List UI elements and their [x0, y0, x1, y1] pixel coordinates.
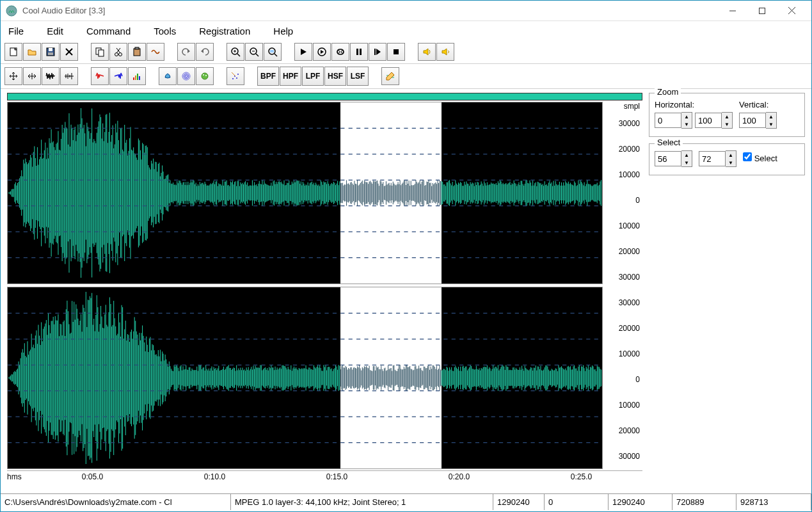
amp-tick: 20000 [605, 324, 642, 333]
amp-tick: 10000 [605, 221, 642, 230]
speaker-right-button[interactable] [436, 43, 454, 61]
wave-display-1-button[interactable] [42, 67, 60, 85]
fade-red-button[interactable] [91, 67, 109, 85]
zoom-h-start-spinner[interactable]: ▲▼ [655, 112, 692, 129]
select-checkbox-label[interactable]: Select [743, 152, 777, 163]
zoom-selection-button[interactable] [264, 43, 282, 61]
menu-edit[interactable]: Edit [43, 23, 67, 39]
minimize-button[interactable] [718, 1, 747, 20]
down-arrow-icon[interactable]: ▼ [681, 159, 692, 166]
select-start-input[interactable] [655, 151, 681, 166]
select-start-spinner[interactable]: ▲▼ [655, 150, 692, 167]
down-arrow-icon[interactable]: ▼ [766, 120, 776, 128]
menu-file[interactable]: File [4, 23, 28, 39]
filter-lpf-button[interactable]: LPF [302, 67, 324, 86]
loop-button[interactable] [331, 43, 349, 61]
amp-tick: 10000 [605, 170, 642, 179]
maximize-button[interactable] [747, 1, 777, 20]
menu-tools[interactable]: Tools [150, 23, 180, 39]
svg-rect-45 [133, 77, 134, 80]
zoom-h-end-input[interactable] [695, 113, 722, 128]
expand-button[interactable] [4, 67, 22, 85]
save-button[interactable] [42, 43, 60, 61]
crop-button[interactable] [147, 43, 164, 61]
time-ruler: hms 0:05.0 0:10.0 0:15.0 0:20.0 0:25.0 [7, 470, 642, 493]
up-arrow-icon[interactable]: ▲ [722, 113, 732, 120]
svg-rect-47 [137, 74, 138, 80]
menu-help[interactable]: Help [269, 23, 297, 39]
speaker-left-button[interactable] [418, 43, 436, 61]
waveform-area: smpl 30000 20000 10000 0 10000 20000 300… [1, 89, 645, 493]
zoom-legend: Zoom [655, 87, 681, 97]
effect-noise-button[interactable] [196, 67, 214, 85]
amp-tick: 20000 [605, 426, 642, 435]
amplitude-axis: smpl 30000 20000 10000 0 10000 20000 300… [603, 102, 642, 469]
filter-hpf-button[interactable]: HPF [280, 67, 301, 86]
select-fieldset: Select ▲▼ ▲▼ Select [649, 143, 805, 175]
zoom-v-spinner[interactable]: ▲▼ [739, 112, 777, 129]
wave-display-2-button[interactable] [60, 67, 78, 85]
svg-rect-35 [394, 49, 399, 54]
collapse-button[interactable] [23, 67, 41, 85]
zoom-h-start-input[interactable] [655, 113, 681, 128]
side-panel: Zoom Horizontal: ▲▼ ▲▼ [645, 89, 811, 493]
down-arrow-icon[interactable]: ▼ [726, 159, 736, 166]
status-v1: 1290240 [493, 494, 545, 510]
effect-reverb-button[interactable] [159, 67, 177, 85]
spectrum-button[interactable] [128, 67, 146, 85]
svg-rect-2 [760, 8, 765, 13]
svg-rect-32 [356, 49, 358, 55]
svg-rect-17 [134, 49, 140, 56]
filter-hsf-button[interactable]: HSF [324, 67, 346, 86]
amp-tick: 20000 [605, 145, 642, 154]
edit-tool-button[interactable] [381, 67, 399, 85]
down-arrow-icon[interactable]: ▼ [722, 120, 732, 128]
paste-button[interactable] [128, 43, 146, 61]
svg-line-59 [232, 72, 235, 76]
overview-bar[interactable] [7, 93, 642, 100]
undo-button[interactable] [177, 43, 195, 61]
effect-echo-button[interactable] [177, 67, 195, 85]
window-buttons [718, 1, 806, 20]
amp-tick: 30000 [605, 119, 642, 128]
select-checkbox[interactable] [743, 152, 752, 161]
delete-button[interactable] [60, 43, 78, 61]
up-arrow-icon[interactable]: ▲ [726, 151, 736, 159]
svg-point-13 [115, 53, 118, 56]
menu-registration[interactable]: Registration [195, 23, 254, 39]
menu-command[interactable]: Command [83, 23, 134, 39]
status-path: C:\Users\Andrés\Downloads\y2mate.com - C… [1, 494, 231, 510]
play-loop-button[interactable] [313, 43, 331, 61]
play-button[interactable] [294, 43, 312, 61]
toolbar-effects: BPF HPF LPF HSF LSF [1, 64, 811, 89]
cut-button[interactable] [109, 43, 127, 61]
zoom-h-end-spinner[interactable]: ▲▼ [695, 112, 733, 129]
new-button[interactable] [4, 43, 22, 61]
zoom-v-input[interactable] [739, 113, 766, 128]
zoom-in-button[interactable] [227, 43, 244, 61]
up-arrow-icon[interactable]: ▲ [681, 113, 692, 120]
redo-button[interactable] [196, 43, 214, 61]
amp-tick: 0 [605, 196, 642, 205]
copy-button[interactable] [91, 43, 109, 61]
close-button[interactable] [777, 1, 806, 20]
fade-blue-button[interactable] [109, 67, 127, 85]
noise-reduction-button[interactable] [227, 67, 244, 85]
filter-lsf-button[interactable]: LSF [347, 67, 369, 86]
svg-rect-18 [135, 47, 139, 49]
svg-point-14 [119, 53, 122, 56]
pause-button[interactable] [350, 43, 368, 61]
stop-button[interactable] [387, 43, 405, 61]
waveform-track-right[interactable] [7, 287, 603, 469]
down-arrow-icon[interactable]: ▼ [681, 120, 692, 128]
svg-rect-33 [360, 49, 362, 55]
step-button[interactable] [369, 43, 386, 61]
waveform-track-left[interactable] [7, 102, 603, 284]
up-arrow-icon[interactable]: ▲ [766, 113, 776, 120]
zoom-out-button[interactable] [245, 43, 263, 61]
up-arrow-icon[interactable]: ▲ [681, 151, 692, 159]
select-end-input[interactable] [699, 151, 726, 166]
filter-bpf-button[interactable]: BPF [257, 67, 279, 86]
open-button[interactable] [23, 43, 41, 61]
select-end-spinner[interactable]: ▲▼ [699, 150, 736, 167]
